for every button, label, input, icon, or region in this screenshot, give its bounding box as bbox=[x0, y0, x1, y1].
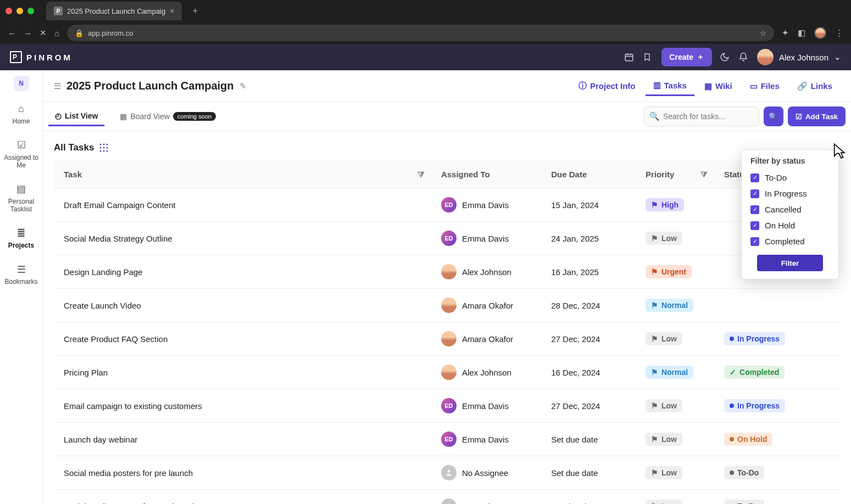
bell-icon[interactable] bbox=[738, 52, 749, 62]
sidebar-item-home[interactable]: ⌂ Home bbox=[0, 97, 42, 132]
table-row[interactable]: Social Media Strategy Outline ED Emma Da… bbox=[54, 222, 840, 255]
assignee-cell[interactable]: Amara Okafor bbox=[441, 298, 531, 313]
status-cell[interactable]: ✓Completed bbox=[714, 356, 840, 389]
filter-option[interactable]: ✓On Hold bbox=[747, 217, 833, 233]
task-name-cell[interactable]: Social Media Strategy Outline bbox=[54, 222, 431, 255]
close-window-icon[interactable] bbox=[5, 8, 12, 14]
star-icon[interactable]: ☆ bbox=[760, 29, 766, 37]
table-row[interactable]: Create Launch Video Amara Okafor 28 Dec,… bbox=[54, 289, 840, 322]
browser-tab[interactable]: P 2025 Product Launch Campaig × bbox=[46, 2, 182, 20]
calendar-icon[interactable] bbox=[624, 52, 635, 62]
hamburger-icon[interactable]: ☰ bbox=[54, 81, 61, 91]
panel-icon[interactable]: ◧ bbox=[798, 28, 805, 38]
status-cell[interactable]: In Progress bbox=[714, 389, 840, 423]
edit-icon[interactable]: ✎ bbox=[240, 81, 247, 91]
sidebar-item-assigned[interactable]: ☑ Assigned to Me bbox=[0, 133, 42, 176]
table-row[interactable]: Social media posters for post launch No … bbox=[54, 490, 840, 505]
assignee-cell[interactable]: ED Emma Davis bbox=[441, 398, 531, 413]
due-date-cell[interactable]: 16 Jan, 2025 bbox=[541, 255, 636, 289]
profile-avatar-icon[interactable] bbox=[814, 27, 826, 39]
col-header-priority[interactable]: Priority ⧩ bbox=[636, 161, 714, 188]
task-name-cell[interactable]: Launch day webinar bbox=[54, 423, 431, 456]
table-row[interactable]: Launch day webinar ED Emma Davis Set due… bbox=[54, 423, 840, 456]
add-task-button[interactable]: ☑ Add Task bbox=[788, 107, 846, 126]
status-cell[interactable]: On Hold bbox=[714, 423, 840, 456]
forward-icon[interactable]: → bbox=[24, 29, 32, 38]
back-icon[interactable]: ← bbox=[8, 29, 16, 38]
task-name-cell[interactable]: Design Landing Page bbox=[54, 255, 431, 289]
table-row[interactable]: Create Product FAQ Section Amara Okafor … bbox=[54, 322, 840, 356]
close-tab-icon[interactable]: × bbox=[170, 7, 174, 15]
task-name-cell[interactable]: Email campaign to existing customers bbox=[54, 389, 431, 423]
due-date-cell[interactable]: 16 Dec, 2024 bbox=[541, 356, 636, 389]
kebab-menu-icon[interactable]: ⋮ bbox=[835, 28, 843, 38]
col-header-due[interactable]: Due Date bbox=[541, 161, 636, 188]
create-button[interactable]: Create ＋ bbox=[661, 48, 712, 66]
assignee-cell[interactable]: ED Emma Davis bbox=[441, 231, 531, 246]
filter-icon[interactable]: ⧩ bbox=[418, 170, 425, 180]
filter-option[interactable]: ✓Completed bbox=[747, 233, 833, 249]
filter-option[interactable]: ✓In Progress bbox=[747, 186, 833, 201]
due-date-cell[interactable]: 27 Dec, 2024 bbox=[541, 389, 636, 423]
grid-toggle-icon[interactable] bbox=[99, 143, 108, 152]
due-date-cell[interactable]: Set due date bbox=[541, 423, 636, 456]
minimize-window-icon[interactable] bbox=[16, 8, 23, 14]
due-date-cell[interactable]: Set due date bbox=[541, 456, 636, 490]
stop-icon[interactable]: ✕ bbox=[40, 28, 47, 38]
filter-option[interactable]: ✓Cancelled bbox=[747, 201, 833, 217]
search-submit-button[interactable]: 🔍 bbox=[764, 107, 783, 126]
assignee-cell[interactable]: No Assignee bbox=[441, 499, 531, 504]
new-tab-button[interactable]: + bbox=[187, 3, 203, 19]
task-name-cell[interactable]: Create Launch Video bbox=[54, 289, 431, 322]
table-row[interactable]: Social media posters for pre launch No A… bbox=[54, 456, 840, 490]
status-cell[interactable]: To-Do bbox=[714, 456, 840, 490]
table-row[interactable]: Pricing Plan Alex Johnson 16 Dec, 2024 ⚑… bbox=[54, 356, 840, 389]
tab-project-info[interactable]: ⓘ Project Info bbox=[571, 76, 643, 96]
status-cell[interactable] bbox=[714, 289, 840, 322]
tab-links[interactable]: 🔗 Links bbox=[789, 76, 840, 96]
due-date-cell[interactable]: Set due date bbox=[541, 490, 636, 505]
tab-tasks[interactable]: ▥ Tasks bbox=[646, 76, 694, 96]
table-row[interactable]: Draft Email Campaign Content ED Emma Dav… bbox=[54, 188, 840, 222]
due-date-cell[interactable]: 28 Dec, 2024 bbox=[541, 289, 636, 322]
task-name-cell[interactable]: Social media posters for post launch bbox=[54, 490, 431, 505]
assignee-cell[interactable]: Alex Johnson bbox=[441, 264, 531, 279]
status-cell[interactable]: In Progress bbox=[714, 322, 840, 356]
brand-logo[interactable]: P PINROM bbox=[10, 51, 73, 63]
task-name-cell[interactable]: Draft Email Campaign Content bbox=[54, 188, 431, 222]
view-tab-list[interactable]: ◴ List View bbox=[48, 107, 104, 126]
url-bar[interactable]: 🔒 app.pinrom.co ☆ bbox=[67, 25, 774, 41]
assignee-cell[interactable]: ED Emma Davis bbox=[441, 197, 531, 212]
extensions-icon[interactable]: ✦ bbox=[782, 28, 789, 38]
assignee-cell[interactable]: No Assignee bbox=[441, 465, 531, 480]
sidebar-item-projects[interactable]: ≣ Projects bbox=[0, 221, 42, 256]
due-date-cell[interactable]: 24 Jan, 2025 bbox=[541, 222, 636, 255]
task-name-cell[interactable]: Social media posters for pre launch bbox=[54, 456, 431, 490]
due-date-cell[interactable]: 27 Dec, 2024 bbox=[541, 322, 636, 356]
bookmark-header-icon[interactable] bbox=[643, 52, 654, 62]
status-cell[interactable]: To-Do bbox=[714, 490, 840, 505]
apply-filter-button[interactable]: Filter bbox=[757, 255, 823, 271]
assignee-cell[interactable]: Alex Johnson bbox=[441, 365, 531, 380]
assignee-cell[interactable]: Amara Okafor bbox=[441, 331, 531, 346]
task-name-cell[interactable]: Create Product FAQ Section bbox=[54, 322, 431, 356]
tab-wiki[interactable]: ▦ Wiki bbox=[697, 76, 740, 96]
table-row[interactable]: Design Landing Page Alex Johnson 16 Jan,… bbox=[54, 255, 840, 289]
user-menu[interactable]: Alex Johnson ⌄ bbox=[757, 49, 841, 65]
col-header-task[interactable]: Task ⧩ bbox=[54, 161, 431, 188]
view-tab-board[interactable]: ▦ Board View coming soon bbox=[113, 108, 223, 125]
sidebar-item-bookmarks[interactable]: ☰ Bookmarks bbox=[0, 257, 42, 293]
due-date-cell[interactable]: 15 Jan, 2024 bbox=[541, 188, 636, 222]
assignee-cell[interactable]: ED Emma Davis bbox=[441, 432, 531, 447]
col-header-assigned[interactable]: Assigned To bbox=[431, 161, 541, 188]
search-input[interactable] bbox=[644, 107, 759, 126]
filter-icon[interactable]: ⧩ bbox=[700, 170, 708, 180]
table-row[interactable]: Email campaign to existing customers ED … bbox=[54, 389, 840, 423]
window-controls[interactable] bbox=[5, 8, 34, 14]
moon-icon[interactable] bbox=[720, 52, 731, 62]
task-name-cell[interactable]: Pricing Plan bbox=[54, 356, 431, 389]
workspace-switcher[interactable]: N bbox=[14, 76, 29, 91]
filter-option[interactable]: ✓To-Do bbox=[747, 170, 833, 186]
home-icon[interactable]: ⌂ bbox=[54, 29, 59, 38]
maximize-window-icon[interactable] bbox=[27, 8, 34, 14]
